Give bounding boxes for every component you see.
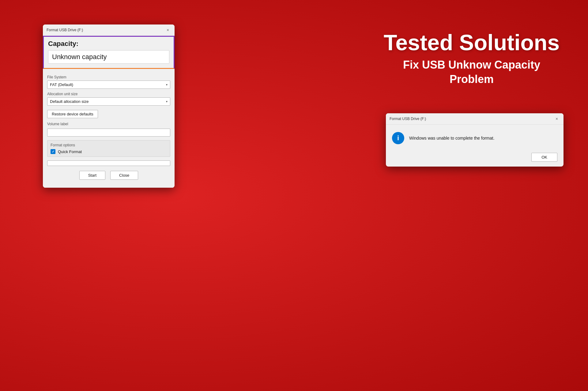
error-dialog-titlebar: Format USB Drive (F:) × [386,113,564,125]
close-icon-error[interactable]: × [554,116,560,122]
volume-label-section: Volume label [47,122,170,137]
ok-button[interactable]: OK [531,153,557,162]
progress-bar [47,160,170,166]
quick-format-checkbox[interactable] [51,149,55,154]
dialog-titlebar-left: Format USB Drive (F:) × [43,24,175,36]
allocation-value: Default allocation size [50,99,89,104]
file-system-label: File System [47,75,170,79]
dialog-body: File System FAT (Default) ▾ Allocation u… [43,69,175,188]
capacity-section: Capacity: Unknown capacity [43,36,175,69]
close-button-left[interactable]: Close [110,171,138,180]
volume-label-text: Volume label [47,122,170,126]
hero-text-area: Tested Solutions Fix USB Unknow Capacity… [380,31,564,87]
error-dialog-footer: OK [386,150,564,167]
capacity-label: Capacity: [48,40,169,48]
error-dialog-body: i Windows was unable to complete the for… [386,125,564,150]
hero-subtitle: Fix USB Unknow Capacity Problem [380,58,564,87]
format-options-label: Format options [51,143,167,147]
error-dialog-title: Format USB Drive (F:) [390,117,426,121]
allocation-dropdown[interactable]: Default allocation size ▾ [47,97,170,106]
file-system-value: FAT (Default) [50,82,73,87]
close-icon-left[interactable]: × [165,27,171,33]
dialog-title-left: Format USB Drive (F:) [47,28,83,32]
format-options-box: Format options Quick Format [47,140,170,157]
hero-title: Tested Solutions [380,31,564,55]
volume-input[interactable] [47,129,170,137]
dialog-buttons-left: Start Close [47,171,170,183]
quick-format-row: Quick Format [51,149,167,154]
error-message: Windows was unable to complete the forma… [409,136,495,141]
info-icon: i [392,132,404,144]
error-dialog: Format USB Drive (F:) × i Windows was un… [386,113,564,167]
file-system-arrow-icon: ▾ [166,83,168,86]
file-system-dropdown[interactable]: FAT (Default) ▾ [47,81,170,89]
capacity-value: Unknown capacity [48,50,169,64]
format-dialog-left: Format USB Drive (F:) × Capacity: Unknow… [43,24,175,188]
start-button[interactable]: Start [79,171,105,180]
allocation-label: Allocation unit size [47,92,170,96]
quick-format-label: Quick Format [58,149,82,154]
allocation-arrow-icon: ▾ [166,100,168,103]
restore-defaults-button[interactable]: Restore device defaults [47,110,98,118]
